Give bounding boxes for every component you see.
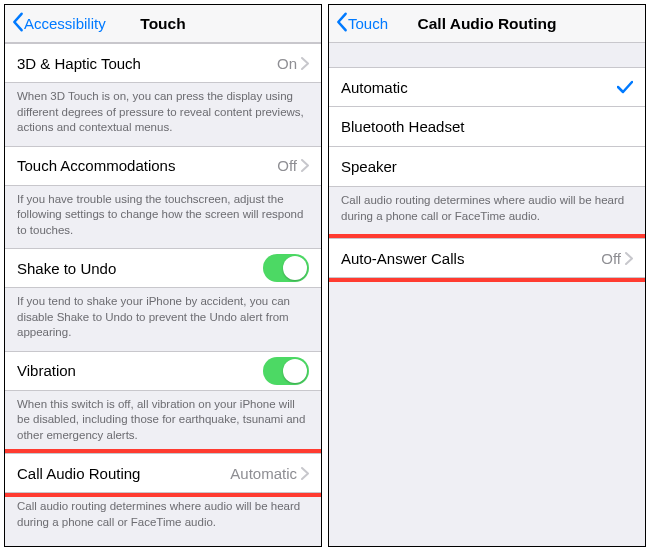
back-label: Accessibility	[24, 15, 106, 32]
content: 3D & Haptic Touch On When 3D Touch is on…	[5, 43, 321, 546]
row-value: Off	[601, 250, 621, 267]
row-label: Shake to Undo	[17, 260, 116, 277]
row-shake-to-undo[interactable]: Shake to Undo	[5, 248, 321, 288]
content: Automatic Bluetooth Headset Speaker Call…	[329, 43, 645, 546]
switch-toggle[interactable]	[263, 357, 309, 385]
row-touch-accommodations[interactable]: Touch Accommodations Off	[5, 146, 321, 186]
row-footer: Call audio routing determines where audi…	[5, 493, 321, 540]
row-call-audio-routing[interactable]: Call Audio Routing Automatic	[5, 453, 321, 493]
chevron-left-icon	[11, 12, 24, 35]
phone-touch-settings: Accessibility Touch 3D & Haptic Touch On…	[4, 4, 322, 547]
row-value: On	[277, 55, 297, 72]
back-button[interactable]: Touch	[335, 12, 388, 35]
row-value: Automatic	[230, 465, 297, 482]
navbar: Accessibility Touch	[5, 5, 321, 43]
option-label: Speaker	[341, 158, 397, 175]
row-label: Auto-Answer Calls	[341, 250, 464, 267]
row-label: Call Audio Routing	[17, 465, 140, 482]
page-title: Call Audio Routing	[418, 15, 557, 33]
row-label: 3D & Haptic Touch	[17, 55, 141, 72]
row-vibration[interactable]: Vibration	[5, 351, 321, 391]
option-bluetooth-headset[interactable]: Bluetooth Headset	[329, 107, 645, 147]
row-value: Off	[277, 157, 297, 174]
row-footer: When 3D Touch is on, you can press the d…	[5, 83, 321, 146]
phone-call-audio-routing: Touch Call Audio Routing Automatic Bluet…	[328, 4, 646, 547]
row-footer: If you have trouble using the touchscree…	[5, 186, 321, 249]
row-footer: When this switch is off, all vibration o…	[5, 391, 321, 454]
checkmark-icon	[617, 80, 633, 94]
row-label: Touch Accommodations	[17, 157, 175, 174]
chevron-left-icon	[335, 12, 348, 35]
option-automatic[interactable]: Automatic	[329, 67, 645, 107]
chevron-right-icon	[625, 252, 633, 265]
back-label: Touch	[348, 15, 388, 32]
row-auto-answer-calls[interactable]: Auto-Answer Calls Off	[329, 238, 645, 278]
navbar: Touch Call Audio Routing	[329, 5, 645, 43]
chevron-right-icon	[301, 467, 309, 480]
row-label: Vibration	[17, 362, 76, 379]
option-speaker[interactable]: Speaker	[329, 147, 645, 187]
page-title: Touch	[140, 15, 185, 33]
options-footer: Call audio routing determines where audi…	[329, 187, 645, 234]
chevron-right-icon	[301, 159, 309, 172]
row-3d-haptic-touch[interactable]: 3D & Haptic Touch On	[5, 43, 321, 83]
option-label: Bluetooth Headset	[341, 118, 464, 135]
option-label: Automatic	[341, 79, 408, 96]
row-footer: If you tend to shake your iPhone by acci…	[5, 288, 321, 351]
chevron-right-icon	[301, 57, 309, 70]
switch-toggle[interactable]	[263, 254, 309, 282]
back-button[interactable]: Accessibility	[11, 12, 106, 35]
